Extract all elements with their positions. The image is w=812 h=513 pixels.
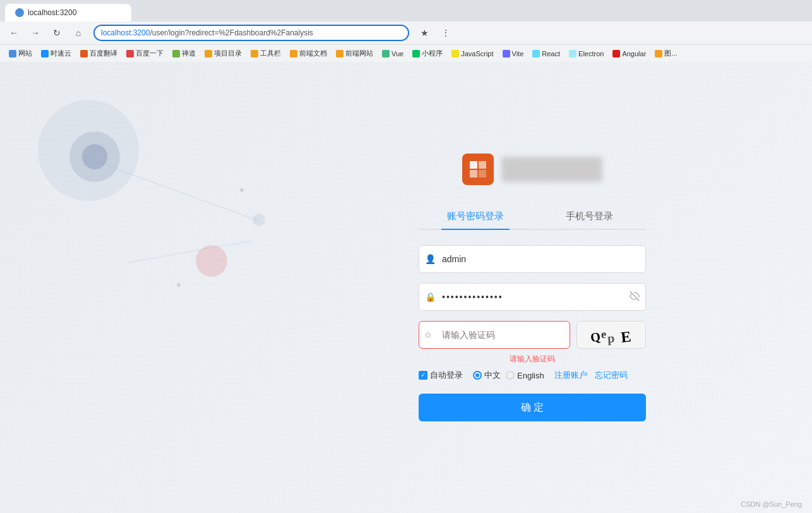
- bookmark-label: JavaScript: [461, 50, 493, 57]
- bookmark-label: Electron: [578, 50, 604, 57]
- bookmark-label: 前端文档: [299, 49, 327, 58]
- bookmarks-bar: 网站 时速云 百度翻译 百度一下 禅道 项目目录 工具栏 前端文档 前端网站 V…: [0, 44, 812, 62]
- bookmark-label: 百度一下: [136, 49, 164, 58]
- bookmark-icon: [336, 50, 343, 57]
- bookmark-vue[interactable]: Vue: [378, 49, 407, 59]
- captcha-input-wrap: ⊙: [419, 321, 570, 349]
- bookmark-icon: [172, 50, 180, 57]
- page-footer: CSDN @Sun_Peng: [741, 500, 802, 508]
- bookmark-icon: [251, 50, 258, 57]
- register-link[interactable]: 注册账户: [554, 370, 587, 381]
- password-toggle-icon[interactable]: [630, 291, 640, 303]
- home-button[interactable]: ⌂: [69, 24, 87, 42]
- bookmark-more[interactable]: 图...: [651, 47, 681, 59]
- bookmark-angular[interactable]: Angular: [609, 49, 650, 59]
- bookmark-icon: [612, 50, 620, 57]
- bookmark-label: 图...: [664, 49, 677, 58]
- bookmark-baiduyixia[interactable]: 百度一下: [122, 47, 167, 59]
- bookmark-label: 工具栏: [260, 49, 281, 58]
- bookmark-baidufanyi[interactable]: 百度翻译: [76, 47, 121, 59]
- bookmark-label: 网站: [18, 49, 32, 58]
- lang-chinese-radio[interactable]: 中文: [473, 370, 501, 381]
- bookmark-icon: [382, 50, 390, 57]
- radio-chinese-inner: [475, 373, 479, 377]
- bookmark-qianduanwz[interactable]: 前端网站: [332, 47, 377, 59]
- bookmark-icon: [41, 50, 49, 57]
- captcha-text: Qep E: [590, 327, 632, 344]
- back-button[interactable]: ←: [5, 24, 23, 42]
- lang-chinese-label: 中文: [484, 370, 501, 381]
- tab-phone-login[interactable]: 手机号登录: [532, 204, 646, 229]
- bookmark-vite[interactable]: Vite: [499, 49, 528, 59]
- submit-button[interactable]: 确 定: [419, 394, 646, 421]
- tab-favicon: [15, 8, 24, 17]
- auto-login-label: 自动登录: [430, 370, 463, 381]
- deco-line-2: [127, 241, 251, 263]
- bookmark-qianduandoc[interactable]: 前端文档: [286, 47, 331, 59]
- deco-dot-2: [177, 283, 181, 287]
- bookmark-label: 禅道: [182, 49, 196, 58]
- logo-area: [462, 154, 602, 185]
- bookmark-icon: [126, 50, 134, 57]
- browser-toolbar: ← → ↻ ⌂ localhost:3200/user/login?redire…: [0, 21, 812, 44]
- bookmark-label: Vue: [391, 50, 403, 57]
- captcha-input[interactable]: [419, 321, 570, 349]
- bookmark-electron[interactable]: Electron: [565, 49, 607, 59]
- bookmark-label: 小程序: [422, 49, 443, 58]
- tab-switcher: 账号密码登录 手机号登录: [419, 204, 646, 230]
- bookmark-wangzhan[interactable]: 网站: [5, 47, 36, 59]
- bookmark-chandao[interactable]: 禅道: [169, 47, 200, 59]
- captcha-row: ⊙ Qep E: [419, 321, 646, 349]
- radio-english-outer: [506, 371, 515, 380]
- checkbox-box-checked: [419, 371, 427, 380]
- svg-rect-2: [470, 170, 477, 178]
- bookmark-icon: [205, 50, 212, 57]
- bookmark-button[interactable]: ★: [415, 24, 433, 42]
- bookmark-icon: [290, 50, 297, 57]
- options-row: 自动登录 中文 English 注册账户 忘记密码: [419, 370, 646, 381]
- forget-password-link[interactable]: 忘记密码: [595, 370, 628, 381]
- bookmark-icon: [412, 50, 420, 57]
- browser-tabs: localhost:3200: [0, 0, 812, 21]
- bookmark-icon: [9, 50, 16, 57]
- bookmark-icon: [569, 50, 576, 57]
- tab-account-login[interactable]: 账号密码登录: [419, 204, 532, 229]
- password-input[interactable]: [419, 283, 646, 311]
- bookmark-js[interactable]: JavaScript: [448, 49, 497, 59]
- svg-rect-1: [479, 161, 486, 169]
- captcha-icon: ⊙: [425, 330, 431, 339]
- captcha-image[interactable]: Qep E: [576, 321, 646, 349]
- browser-tab[interactable]: localhost:3200: [5, 4, 131, 21]
- menu-button[interactable]: ⋮: [437, 24, 455, 42]
- bookmark-react[interactable]: React: [528, 49, 564, 59]
- bookmark-icon: [451, 50, 459, 57]
- tab-title: localhost:3200: [28, 8, 76, 17]
- svg-rect-3: [479, 170, 486, 178]
- bookmark-gongju[interactable]: 工具栏: [247, 47, 285, 59]
- reload-button[interactable]: ↻: [48, 24, 66, 42]
- auto-login-checkbox[interactable]: 自动登录: [419, 370, 463, 381]
- forward-button[interactable]: →: [27, 24, 44, 42]
- password-group: 🔒: [419, 283, 646, 311]
- bookmark-xiangmu[interactable]: 项目目录: [201, 47, 246, 59]
- logo-text-image: [501, 157, 602, 182]
- username-input[interactable]: [419, 245, 646, 273]
- svg-rect-0: [470, 161, 477, 169]
- user-icon: 👤: [425, 254, 436, 264]
- lock-icon: 🔒: [425, 292, 436, 302]
- bookmark-shisuyun[interactable]: 时速云: [37, 47, 75, 59]
- address-bar[interactable]: localhost:3200/user/login?redirect=%2Fda…: [93, 25, 409, 41]
- bookmark-miniapp[interactable]: 小程序: [409, 47, 446, 59]
- lang-english-radio[interactable]: English: [506, 371, 544, 380]
- bookmark-label: React: [542, 50, 560, 57]
- browser-chrome: localhost:3200 ← → ↻ ⌂ localhost:3200/us…: [0, 0, 812, 44]
- logo-icon: [462, 154, 494, 185]
- bookmark-label: Vite: [512, 50, 524, 57]
- bookmark-icon: [532, 50, 540, 57]
- login-card: 账号密码登录 手机号登录 👤 🔒: [412, 154, 652, 421]
- bookmark-label: 时速云: [51, 49, 71, 58]
- deco-circle-inner: [82, 144, 107, 169]
- bookmark-label: 项目目录: [214, 49, 242, 58]
- deco-dot-1: [240, 188, 244, 192]
- bookmark-label: 前端网站: [345, 49, 373, 58]
